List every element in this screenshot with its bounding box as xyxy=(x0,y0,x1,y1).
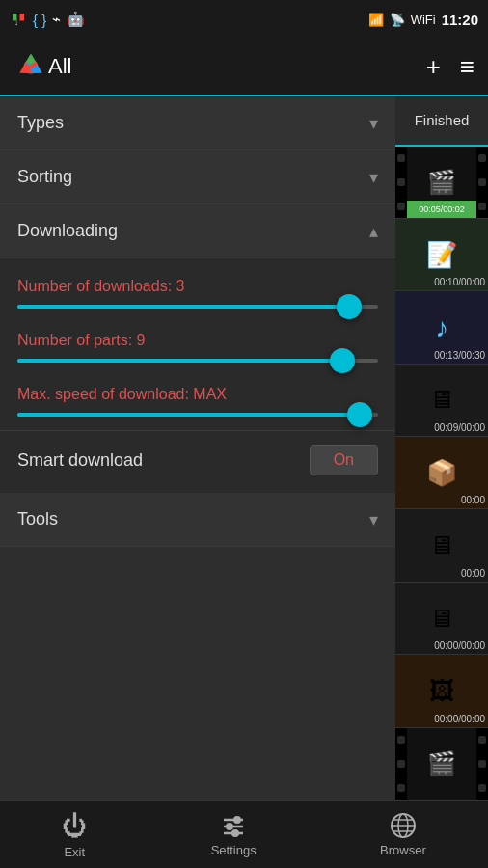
smart-download-toggle[interactable]: On xyxy=(310,445,378,475)
list-item[interactable]: 🖥 00:00/00:00 xyxy=(395,583,488,655)
time-label-6: 00:00 xyxy=(461,568,485,579)
photo-icon-8: 🖼 xyxy=(429,676,454,706)
max-speed-label: Max. speed of download: MAX xyxy=(17,386,378,403)
header-bar: All + ≡ xyxy=(0,39,488,96)
downloading-label: Downloading xyxy=(17,221,118,241)
num-parts-thumb xyxy=(330,348,355,373)
video-icon-1: 🎬 xyxy=(427,169,456,196)
settings-label: Settings xyxy=(211,843,257,857)
tools-chevron: ▾ xyxy=(369,509,378,530)
time-label-1: 00:05/00:02 xyxy=(419,204,465,214)
smart-download-row: Smart download On xyxy=(0,430,395,489)
list-item[interactable]: 🎬 00:05/00:02 xyxy=(395,147,488,219)
status-bar: ↓ { } ⌁ 🤖 📶 📡 WiFi 11:20 xyxy=(0,0,488,39)
num-downloads-thumb xyxy=(337,294,362,319)
tools-label: Tools xyxy=(17,509,58,529)
num-downloads-label: Number of downloads: 3 xyxy=(17,278,378,295)
finished-label: Finished xyxy=(415,112,470,128)
monitor-icon-7: 🖥 xyxy=(429,604,454,634)
num-downloads-row: Number of downloads: 3 xyxy=(0,268,395,322)
time-label-4: 00:09/00:00 xyxy=(434,422,485,433)
downloading-content: Number of downloads: 3 Number of parts: … xyxy=(0,258,395,493)
section-sorting[interactable]: Sorting ▾ xyxy=(0,150,395,204)
section-downloading[interactable]: Downloading ▴ xyxy=(0,204,395,258)
svg-point-6 xyxy=(226,823,233,830)
main-layout: Types ▾ Sorting ▾ Downloading ▴ Number o… xyxy=(0,96,488,800)
time-label-5: 00:00 xyxy=(461,495,485,505)
wifi-icon: WiFi xyxy=(411,13,436,27)
header-title: All xyxy=(48,54,426,79)
max-speed-value: MAX xyxy=(193,386,227,402)
app-logo xyxy=(14,49,48,84)
status-icons-right: 📶 📡 WiFi 11:20 xyxy=(368,12,478,28)
time-label-7: 00:00/00:00 xyxy=(434,640,485,651)
svg-point-4 xyxy=(233,816,241,824)
sorting-label: Sorting xyxy=(17,167,72,187)
status-icons-left: ↓ { } ⌁ 🤖 xyxy=(10,11,85,28)
num-parts-value: 9 xyxy=(137,332,146,348)
video-icon-9: 🎬 xyxy=(427,750,456,777)
green-bar-1: 00:05/00:02 xyxy=(407,201,476,218)
types-label: Types xyxy=(17,113,64,133)
num-parts-track[interactable] xyxy=(17,359,378,363)
left-panel: Types ▾ Sorting ▾ Downloading ▴ Number o… xyxy=(0,96,395,800)
add-button[interactable]: + xyxy=(426,52,441,82)
header-actions: + ≡ xyxy=(426,52,474,82)
time-label-3: 00:13/00:30 xyxy=(434,350,485,361)
num-parts-fill xyxy=(17,359,342,363)
browser-icon xyxy=(390,812,417,839)
max-speed-fill xyxy=(17,413,360,417)
monitor-icon-4: 🖥 xyxy=(429,385,454,415)
android-icon: 🤖 xyxy=(67,11,85,28)
exit-icon: ⏻ xyxy=(62,811,87,841)
right-panel: Finished 🎬 00:05/00:02 📝 00:10/00:00 ♪ 0… xyxy=(395,96,488,800)
download-icon: ↓ xyxy=(10,11,27,28)
num-downloads-value: 3 xyxy=(176,278,185,294)
battery-icon: 📶 xyxy=(368,13,384,27)
time-label-8: 00:00/00:00 xyxy=(434,714,485,724)
list-item[interactable]: 🖼 00:00/00:00 xyxy=(395,655,488,727)
time-label-2: 00:10/00:00 xyxy=(434,277,485,287)
list-item[interactable]: 🖥 00:00 xyxy=(395,509,488,582)
right-panel-header: Finished xyxy=(395,96,488,147)
max-speed-row: Max. speed of download: MAX xyxy=(0,376,395,430)
usb-icon: ⌁ xyxy=(52,11,61,28)
signal-icon: 📡 xyxy=(390,13,405,27)
num-downloads-fill xyxy=(17,305,349,309)
list-item[interactable]: 🖥 00:09/00:00 xyxy=(395,365,488,437)
max-speed-track[interactable] xyxy=(17,413,378,417)
nav-exit[interactable]: ⏻ Exit xyxy=(62,811,87,859)
sorting-chevron: ▾ xyxy=(369,167,378,188)
bottom-nav: ⏻ Exit Settings Browser xyxy=(0,800,488,868)
music-icon-3: ♪ xyxy=(435,312,448,343)
list-item[interactable]: 📦 00:00 xyxy=(395,437,488,509)
num-parts-row: Number of parts: 9 xyxy=(0,322,395,376)
max-speed-thumb xyxy=(347,402,372,427)
smart-download-label: Smart download xyxy=(17,450,143,471)
doc-icon-2: 📝 xyxy=(426,240,457,270)
section-types[interactable]: Types ▾ xyxy=(0,96,395,150)
svg-marker-1 xyxy=(20,14,25,21)
num-downloads-track[interactable] xyxy=(17,305,378,309)
nav-settings[interactable]: Settings xyxy=(211,812,257,857)
list-item[interactable]: 🎬 xyxy=(395,728,488,800)
code-bracket-icon: { } xyxy=(33,12,46,28)
list-item[interactable]: 📝 00:10/00:00 xyxy=(395,219,488,291)
svg-text:↓: ↓ xyxy=(14,18,18,27)
nav-browser[interactable]: Browser xyxy=(380,812,426,857)
archive-icon-5: 📦 xyxy=(426,458,457,488)
downloading-chevron: ▴ xyxy=(369,221,378,242)
svg-point-8 xyxy=(231,829,239,837)
list-item[interactable]: ♪ 00:13/00:30 xyxy=(395,291,488,364)
settings-icon xyxy=(220,812,247,839)
status-time: 11:20 xyxy=(442,12,478,28)
menu-button[interactable]: ≡ xyxy=(460,52,474,82)
exit-label: Exit xyxy=(64,845,85,859)
types-chevron: ▾ xyxy=(369,113,378,134)
browser-label: Browser xyxy=(380,843,426,857)
section-tools[interactable]: Tools ▾ xyxy=(0,493,395,547)
num-parts-label: Number of parts: 9 xyxy=(17,332,378,349)
monitor-icon-6: 🖥 xyxy=(429,530,454,560)
